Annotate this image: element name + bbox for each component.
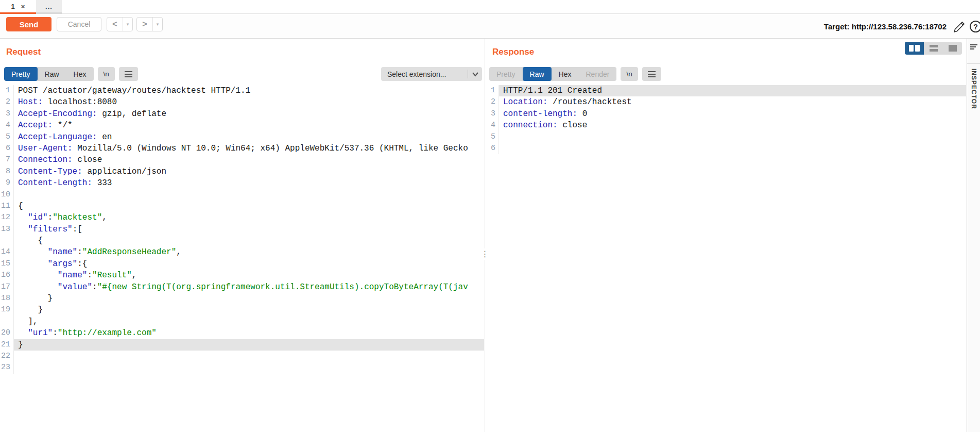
line-text <box>498 143 966 154</box>
line-number: 2 <box>486 96 497 108</box>
code-line[interactable]: 18 } <box>0 293 484 304</box>
select-extension-label: Select extension... <box>381 70 468 78</box>
cancel-button[interactable]: Cancel <box>57 17 101 31</box>
code-line[interactable]: 6 <box>486 143 966 154</box>
response-tab-hex[interactable]: Hex <box>552 67 579 81</box>
code-line[interactable]: 13 "filters":[ <box>0 224 484 235</box>
layout-toggle-group <box>905 42 962 55</box>
line-text: } <box>13 293 484 304</box>
code-line[interactable]: 21} <box>0 339 484 351</box>
request-newline-toggle[interactable]: \n <box>98 67 115 81</box>
line-text: Location: /routes/hacktest <box>498 96 966 108</box>
code-line[interactable]: 8Content-Type: application/json <box>0 166 484 177</box>
forward-button[interactable]: > <box>137 18 152 31</box>
edit-target-icon[interactable] <box>953 20 966 34</box>
code-line[interactable]: 4Accept: */* <box>0 120 484 131</box>
line-number: 4 <box>486 120 497 131</box>
line-text: POST /actuator/gateway/routes/hacktest H… <box>13 85 484 96</box>
code-line[interactable]: 9Content-Length: 333 <box>0 177 484 189</box>
code-line[interactable]: 3Accept-Encoding: gzip, deflate <box>0 108 484 120</box>
code-line[interactable]: { <box>0 235 484 246</box>
code-line[interactable]: 20 "uri":"http://example.com" <box>0 327 484 339</box>
code-line[interactable]: 1HTTP/1.1 201 Created <box>486 85 966 96</box>
repeater-tab-bar: 1 × ... <box>0 0 980 14</box>
request-title: Request <box>6 47 41 57</box>
request-tab-raw[interactable]: Raw <box>38 67 66 81</box>
line-number: 4 <box>0 120 12 131</box>
line-text: Accept: */* <box>13 120 484 131</box>
request-menu-button[interactable] <box>119 67 138 81</box>
response-editor[interactable]: 1HTTP/1.1 201 Created2Location: /routes/… <box>486 85 966 432</box>
line-text: Content-Length: 333 <box>13 177 484 189</box>
code-line[interactable]: 16 "name":"Result", <box>0 270 484 281</box>
line-text: } <box>13 304 484 315</box>
columns-layout-button[interactable] <box>905 42 924 55</box>
line-number: 17 <box>0 281 12 293</box>
request-editor[interactable]: 1POST /actuator/gateway/routes/hacktest … <box>0 85 484 432</box>
request-tab-hex[interactable]: Hex <box>66 67 94 81</box>
response-panel: Response Pretty Raw Hex Render <box>486 39 966 432</box>
close-tab-icon[interactable]: × <box>21 3 25 10</box>
request-tab-pretty[interactable]: Pretty <box>4 67 38 81</box>
line-text <box>13 362 484 373</box>
code-line[interactable]: 1POST /actuator/gateway/routes/hacktest … <box>0 85 484 96</box>
line-number: 21 <box>0 339 12 351</box>
inspector-label[interactable]: INSPECTOR <box>970 69 977 109</box>
code-line[interactable]: 2Location: /routes/hacktest <box>486 96 966 108</box>
code-line[interactable]: 5Accept-Language: en <box>0 131 484 143</box>
response-tab-raw[interactable]: Raw <box>523 67 552 81</box>
response-view-tabs: Pretty Raw Hex Render \n <box>489 67 661 81</box>
line-number: 11 <box>0 201 12 212</box>
code-line[interactable]: 10 <box>0 189 484 201</box>
code-line[interactable]: 2Host: localhost:8080 <box>0 96 484 108</box>
request-panel: Request Pretty Raw Hex \n Select extensi… <box>0 39 484 432</box>
more-tabs-tab[interactable]: ... <box>36 0 62 14</box>
line-text: HTTP/1.1 201 Created <box>498 85 966 96</box>
rows-layout-button[interactable] <box>924 42 943 55</box>
burp-repeater-window: 1 × ... Send Cancel < ▾ > ▾ Target: http… <box>0 0 980 432</box>
forward-dropdown-button[interactable]: ▾ <box>152 18 162 31</box>
line-text: Host: localhost:8080 <box>13 96 484 108</box>
code-line[interactable]: 19 } <box>0 304 484 315</box>
line-text: "args":{ <box>13 258 484 270</box>
select-extension-dropdown[interactable]: Select extension... <box>381 67 482 81</box>
line-number: 1 <box>486 85 497 96</box>
inspector-dock-icon[interactable] <box>970 44 977 49</box>
repeater-tab-1[interactable]: 1 × <box>0 0 36 14</box>
code-line[interactable]: 17 "value":"#{new String(T(org.springfra… <box>0 281 484 293</box>
help-icon[interactable]: ? <box>970 21 980 32</box>
line-number: 23 <box>0 362 12 373</box>
code-line[interactable]: ], <box>0 316 484 327</box>
send-button[interactable]: Send <box>6 17 51 31</box>
response-tab-pretty[interactable]: Pretty <box>489 67 523 81</box>
back-button[interactable]: < <box>107 18 123 31</box>
message-editor-area: Request Pretty Raw Hex \n Select extensi… <box>0 39 980 432</box>
code-line[interactable]: 12 "id":"hacktest", <box>0 212 484 223</box>
code-line[interactable]: 15 "args":{ <box>0 258 484 270</box>
line-number: 3 <box>0 108 12 120</box>
code-line[interactable]: 6User-Agent: Mozilla/5.0 (Windows NT 10.… <box>0 143 484 154</box>
line-number: 9 <box>0 177 12 189</box>
code-line[interactable]: 5 <box>486 131 966 143</box>
code-line[interactable]: 14 "name":"AddResponseHeader", <box>0 246 484 258</box>
code-line[interactable]: 23 <box>0 362 484 373</box>
response-newline-toggle[interactable]: \n <box>621 67 638 81</box>
target-url: Target: http://123.58.236.76:18702 <box>824 22 947 31</box>
code-line[interactable]: 3content-length: 0 <box>486 108 966 120</box>
single-panel-layout-button[interactable] <box>943 42 962 55</box>
hamburger-icon <box>648 71 656 77</box>
response-tab-render[interactable]: Render <box>579 67 617 81</box>
line-number: 1 <box>0 85 12 96</box>
code-line[interactable]: 11{ <box>0 201 484 212</box>
back-dropdown-button[interactable]: ▾ <box>123 18 132 31</box>
line-text: Accept-Language: en <box>13 131 484 143</box>
line-number: 14 <box>0 246 12 258</box>
code-line[interactable]: 4connection: close <box>486 120 966 131</box>
code-line[interactable]: 7Connection: close <box>0 154 484 165</box>
line-text: { <box>13 201 484 212</box>
column-icon <box>909 45 914 52</box>
line-text: "name":"AddResponseHeader", <box>13 246 484 258</box>
line-number: 5 <box>486 131 497 143</box>
response-menu-button[interactable] <box>642 67 661 81</box>
code-line[interactable]: 22 <box>0 351 484 362</box>
